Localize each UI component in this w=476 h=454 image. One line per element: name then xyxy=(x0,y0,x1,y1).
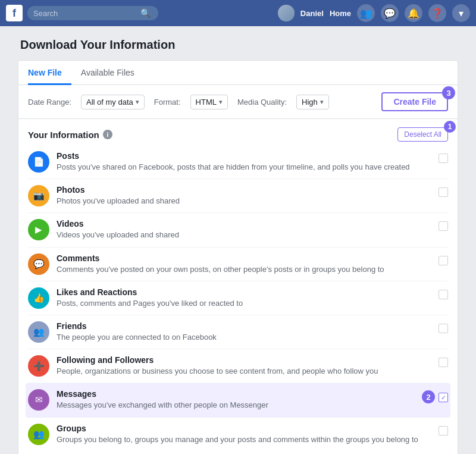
format-arrow-icon: ▾ xyxy=(219,98,223,106)
item-text: Friends The people you are connected to … xyxy=(57,321,431,343)
item-desc: Posts you've shared on Facebook, posts t… xyxy=(57,162,431,173)
arrow-down-icon[interactable]: ▾ xyxy=(452,4,470,22)
item-icon: 💬 xyxy=(28,253,49,275)
item-desc: The people you are connected to on Faceb… xyxy=(57,332,431,343)
nav-home-link[interactable]: Home xyxy=(330,9,351,18)
info-icon[interactable]: i xyxy=(103,130,112,139)
item-desc: Groups you belong to, groups you manage … xyxy=(57,434,431,445)
format-value: HTML xyxy=(196,98,217,107)
facebook-navbar: f 🔍 Daniel Home 👥 💬 🔔 ❓ ▾ xyxy=(0,0,476,26)
filter-bar: Date Range: All of my data ▾ Format: HTM… xyxy=(18,85,458,119)
date-range-arrow-icon: ▾ xyxy=(136,98,139,106)
search-icon: 🔍 xyxy=(140,8,151,18)
item-text: Following and Followers People, organiza… xyxy=(57,355,431,377)
item-icon: 📄 xyxy=(28,151,49,173)
format-label: Format: xyxy=(154,98,181,107)
item-desc: Messages you've exchanged with other peo… xyxy=(57,400,415,411)
section-title-text: Your Information xyxy=(28,130,99,140)
section-title: Your Information i xyxy=(28,130,112,140)
list-item: ✉ Messages Messages you've exchanged wit… xyxy=(26,383,450,417)
avatar-image xyxy=(278,5,295,21)
item-icon: 📷 xyxy=(28,185,49,206)
item-checkbox[interactable] xyxy=(439,256,448,265)
item-icon: ✉ xyxy=(28,389,49,411)
create-file-badge: 3 xyxy=(442,86,455,99)
item-desc: Photos you've uploaded and shared xyxy=(57,196,431,206)
fb-logo-icon: f xyxy=(6,5,23,21)
item-name: Posts xyxy=(57,151,431,161)
deselect-label: Deselect All xyxy=(404,130,441,139)
item-desc: People, organizations or business you ch… xyxy=(57,366,431,377)
item-icon: 👍 xyxy=(28,287,49,309)
page-title: Download Your Information xyxy=(18,38,458,52)
item-icon: 👥 xyxy=(28,321,49,343)
create-file-button[interactable]: Create File 3 xyxy=(381,92,448,111)
friends-icon[interactable]: 👥 xyxy=(357,4,375,22)
item-name: Groups xyxy=(57,424,431,433)
item-checkbox[interactable] xyxy=(439,154,448,163)
item-checkbox[interactable] xyxy=(439,290,448,299)
item-checkbox[interactable] xyxy=(439,426,448,436)
item-icon: ▶ xyxy=(28,219,49,240)
tab-new-file[interactable]: New File xyxy=(28,61,71,85)
list-item: ➕ Following and Followers People, organi… xyxy=(28,349,448,383)
search-bar[interactable]: 🔍 xyxy=(27,6,158,20)
item-name: Following and Followers xyxy=(57,355,431,365)
media-quality-arrow-icon: ▾ xyxy=(320,98,324,106)
deselect-badge: 1 xyxy=(444,121,456,133)
list-item: 👍 Likes and Reactions Posts, comments an… xyxy=(28,281,448,315)
item-text: Photos Photos you've uploaded and shared xyxy=(57,185,431,206)
list-item: 📷 Photos Photos you've uploaded and shar… xyxy=(28,179,448,213)
main-card: New File Available Files Date Range: All… xyxy=(18,60,458,454)
nav-right: Daniel Home 👥 💬 🔔 ❓ ▾ xyxy=(278,4,470,22)
help-icon[interactable]: ❓ xyxy=(428,4,446,22)
item-text: Likes and Reactions Posts, comments and … xyxy=(57,287,431,309)
date-range-dropdown[interactable]: All of my data ▾ xyxy=(81,95,145,109)
item-name: Friends xyxy=(57,321,431,331)
list-item: 💬 Comments Comments you've posted on you… xyxy=(28,248,448,281)
item-checkbox[interactable] xyxy=(439,393,448,402)
list-item: 👥 Groups Groups you belong to, groups yo… xyxy=(28,418,448,451)
tabs: New File Available Files xyxy=(18,61,458,85)
format-dropdown[interactable]: HTML ▾ xyxy=(190,95,228,109)
item-text: Videos Videos you've uploaded and shared xyxy=(57,219,431,240)
media-quality-value: High xyxy=(302,98,318,107)
media-quality-label: Media Quality: xyxy=(237,98,287,107)
item-checkbox[interactable] xyxy=(439,324,448,333)
create-file-label: Create File xyxy=(393,97,436,107)
item-desc: Videos you've uploaded and shared xyxy=(57,230,431,240)
date-range-label: Date Range: xyxy=(28,98,71,107)
list-item: ▶ Videos Videos you've uploaded and shar… xyxy=(28,213,448,247)
item-checkbox[interactable] xyxy=(439,187,448,197)
item-name: Comments xyxy=(57,253,431,263)
section-header: Your Information i Deselect All 1 xyxy=(18,119,458,145)
item-desc: Comments you've posted on your own posts… xyxy=(57,264,431,275)
info-list: 📄 Posts Posts you've shared on Facebook,… xyxy=(18,145,458,454)
item-name: Likes and Reactions xyxy=(57,287,431,297)
main-content: Download Your Information New File Avail… xyxy=(12,38,464,454)
date-range-value: All of my data xyxy=(86,98,133,107)
item-text: Comments Comments you've posted on your … xyxy=(57,253,431,275)
item-text: Messages Messages you've exchanged with … xyxy=(57,389,415,411)
list-item: 👥 Friends The people you are connected t… xyxy=(28,315,448,349)
list-item: 📄 Posts Posts you've shared on Facebook,… xyxy=(28,145,448,179)
tab-available-files[interactable]: Available Files xyxy=(81,61,144,85)
avatar xyxy=(278,5,295,21)
messenger-icon[interactable]: 💬 xyxy=(381,4,399,22)
media-quality-dropdown[interactable]: High ▾ xyxy=(296,95,329,109)
search-input[interactable] xyxy=(33,9,140,18)
item-text: Posts Posts you've shared on Facebook, p… xyxy=(57,151,431,173)
item-name: Messages xyxy=(57,389,415,399)
item-name: Photos xyxy=(57,185,431,195)
item-icon: 👥 xyxy=(28,424,49,445)
item-desc: Posts, comments and Pages you've liked o… xyxy=(57,298,431,309)
deselect-all-button[interactable]: Deselect All 1 xyxy=(397,127,448,142)
item-checkbox[interactable] xyxy=(439,358,448,367)
item-icon: ➕ xyxy=(28,355,49,377)
item-text: Groups Groups you belong to, groups you … xyxy=(57,424,431,445)
item-badge: 2 xyxy=(422,390,435,403)
item-name: Videos xyxy=(57,219,431,228)
item-checkbox[interactable] xyxy=(439,221,448,231)
notifications-icon[interactable]: 🔔 xyxy=(405,4,422,22)
nav-username: Daniel xyxy=(300,9,324,18)
